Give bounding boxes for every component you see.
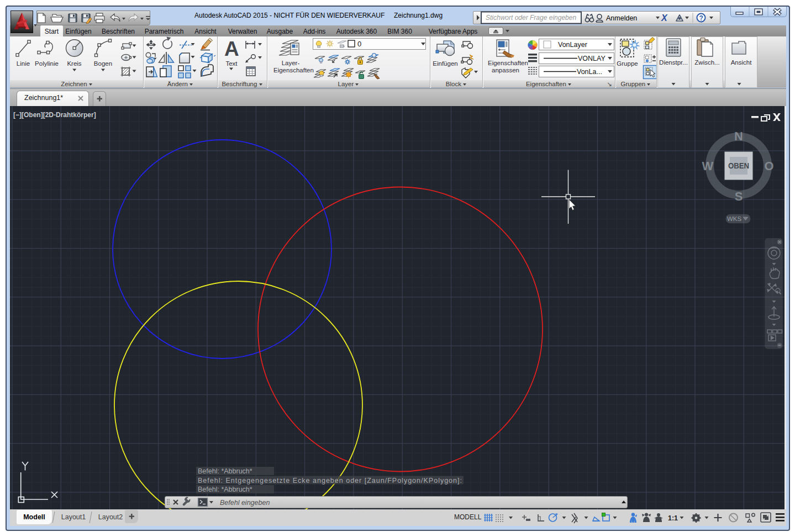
svg-text:A: A: [224, 38, 239, 60]
svg-text:Befehl: Entgegengesetzte Ecke: Befehl: Entgegengesetzte Ecke angeben od…: [198, 477, 462, 484]
svg-text:S: S: [735, 189, 743, 203]
svg-text:O: O: [764, 159, 773, 173]
svg-text:WKS: WKS: [727, 215, 742, 222]
svg-text:VonLa...: VonLa...: [577, 68, 602, 76]
svg-text:Stichwort oder Frage eingeben: Stichwort oder Frage eingeben: [486, 14, 576, 22]
svg-text:Anmelden: Anmelden: [606, 14, 637, 22]
svg-text:OBEN: OBEN: [728, 161, 749, 171]
svg-text:N: N: [734, 129, 743, 143]
svg-text:Befehl: *Abbruch*: Befehl: *Abbruch*: [198, 486, 252, 493]
svg-text:W: W: [702, 159, 714, 173]
svg-text:Befehl eingeben: Befehl eingeben: [220, 499, 270, 507]
svg-text:VonLayer: VonLayer: [558, 41, 587, 49]
svg-text:0: 0: [357, 40, 361, 48]
svg-text:X: X: [661, 13, 668, 23]
svg-text:1:1: 1:1: [668, 514, 678, 522]
svg-text:Befehl: *Abbruch*: Befehl: *Abbruch*: [198, 467, 252, 475]
svg-text:VONLAY: VONLAY: [578, 55, 606, 62]
svg-text:[−][Oben][2D-Drahtkörper]: [−][Oben][2D-Drahtkörper]: [13, 111, 96, 119]
svg-text:?: ?: [699, 14, 703, 22]
